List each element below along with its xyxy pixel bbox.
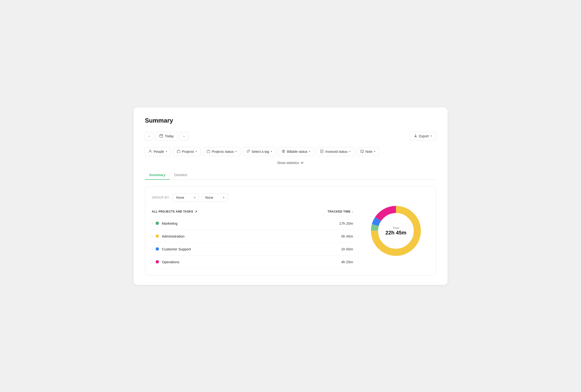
row-label: Customer Support	[162, 247, 191, 251]
note-chevron-icon: ▾	[374, 150, 375, 153]
billable-icon	[282, 150, 285, 154]
toolbar: ‹ Today ›	[145, 132, 436, 140]
show-statistics-icon: ≫	[300, 161, 304, 164]
show-statistics[interactable]: Show statistics ≫	[145, 161, 436, 165]
note-icon	[360, 150, 364, 154]
tab-summary[interactable]: Summary	[145, 170, 170, 180]
content-area: GROUP BY: None ▾ None ▾ ALL PROJECTS AND…	[145, 186, 436, 276]
col-projects-label: ALL PROJECTS AND TASKS ↗	[152, 210, 197, 214]
filter-people-label: People	[154, 150, 164, 154]
next-icon: ›	[183, 134, 185, 138]
export-icon	[414, 134, 417, 138]
svg-point-1	[150, 150, 151, 151]
filter-tag[interactable]: Select a tag ▾	[243, 147, 276, 156]
prev-button[interactable]: ‹	[145, 132, 153, 140]
table-row: › Administration 0h 45m	[152, 230, 353, 243]
table-row: › Customer Support 1h 00m	[152, 243, 353, 256]
page-title: Summary	[145, 117, 436, 124]
main-card: Summary ‹ Today ›	[133, 107, 448, 285]
filter-tag-label: Select a tag	[251, 150, 269, 154]
table-header: ALL PROJECTS AND TASKS ↗ TRACKED TIME ↓	[152, 208, 353, 216]
nav-group: ‹ Today ›	[145, 132, 188, 140]
invoiced-chevron-icon: ▾	[349, 150, 351, 153]
group-select-1-chevron-icon: ▾	[194, 196, 195, 199]
row-time: 4h 25m	[341, 260, 353, 264]
next-button[interactable]: ›	[180, 132, 188, 140]
row-expand-icon[interactable]: ›	[152, 260, 153, 264]
group-select-1[interactable]: None ▾	[173, 193, 199, 202]
invoiced-icon	[320, 150, 324, 154]
row-time: 1h 00m	[341, 247, 353, 251]
projects-status-icon	[206, 150, 210, 154]
svg-point-4	[249, 150, 249, 151]
col-time-label: TRACKED TIME ↓	[328, 210, 353, 213]
filter-projects[interactable]: Projects ▾	[173, 147, 201, 156]
row-label: Operations	[162, 260, 179, 264]
filter-people[interactable]: People ▾	[145, 147, 171, 156]
group-select-2[interactable]: None ▾	[202, 193, 228, 202]
people-chevron-icon: ▾	[166, 150, 167, 153]
projects-chevron-icon: ▾	[196, 150, 197, 153]
group-select-2-label: None	[205, 196, 213, 200]
billable-chevron-icon: ▾	[309, 150, 310, 153]
row-color-dot	[156, 247, 159, 250]
sort-icon: ↓	[352, 210, 353, 213]
filter-note-label: Note	[365, 150, 373, 154]
filter-projects-label: Projects	[182, 150, 194, 154]
donut-chart: Total 22h 45m	[365, 200, 427, 262]
svg-rect-2	[177, 151, 180, 153]
projects-icon	[177, 150, 180, 154]
export-label: Export	[419, 134, 429, 138]
tab-detailed[interactable]: Detailed	[170, 170, 191, 180]
filters-row: People ▾ Projects ▾ Projects status	[145, 147, 436, 156]
today-button[interactable]: Today	[155, 132, 178, 140]
chart-section: Total 22h 45m	[363, 193, 429, 268]
donut-total-value: 22h 45m	[385, 230, 406, 236]
people-icon	[148, 150, 152, 154]
table-row: › Operations 4h 25m	[152, 256, 353, 268]
filter-projects-status-label: Projects status	[212, 150, 234, 154]
row-label: Administration	[162, 234, 184, 238]
table-row: › Marketing 17h 20m	[152, 217, 353, 230]
filter-billable-label: Billable status	[287, 150, 307, 154]
calendar-icon	[159, 134, 163, 138]
filter-invoiced-label: Invoiced status	[325, 150, 347, 154]
export-chevron-icon: ▾	[431, 134, 432, 138]
row-color-dot	[156, 222, 159, 225]
filter-projects-status[interactable]: Projects status ▾	[203, 147, 240, 156]
filter-note[interactable]: Note ▾	[357, 147, 379, 156]
group-select-1-label: None	[176, 196, 184, 200]
row-expand-icon[interactable]: ›	[152, 222, 153, 225]
donut-total-label: Total	[385, 226, 406, 230]
export-button[interactable]: Export ▾	[410, 132, 436, 140]
group-by-label: GROUP BY:	[152, 196, 170, 199]
prev-icon: ‹	[149, 134, 150, 138]
row-expand-icon[interactable]: ›	[152, 247, 153, 251]
svg-rect-0	[160, 134, 163, 137]
filter-invoiced[interactable]: Invoiced status ▾	[316, 147, 354, 156]
filter-billable[interactable]: Billable status ▾	[278, 147, 314, 156]
tag-chevron-icon: ▾	[271, 150, 272, 153]
group-select-2-chevron-icon: ▾	[223, 196, 224, 199]
row-expand-icon[interactable]: ›	[152, 234, 153, 238]
today-label: Today	[165, 134, 174, 138]
group-by-row: GROUP BY: None ▾ None ▾	[152, 193, 353, 202]
tabs-row: Summary Detailed	[145, 170, 436, 180]
row-color-dot	[156, 260, 159, 264]
row-time: 17h 20m	[339, 221, 353, 226]
table-section: GROUP BY: None ▾ None ▾ ALL PROJECTS AND…	[152, 193, 353, 268]
row-label: Marketing	[162, 221, 177, 226]
tag-icon	[246, 150, 250, 154]
expand-all-icon: ↗	[195, 210, 197, 214]
donut-center: Total 22h 45m	[385, 226, 406, 236]
show-statistics-label: Show statistics	[277, 161, 299, 165]
projects-status-chevron-icon: ▾	[235, 150, 237, 153]
row-time: 0h 45m	[341, 234, 353, 238]
row-color-dot	[156, 234, 159, 238]
svg-rect-3	[207, 151, 210, 153]
